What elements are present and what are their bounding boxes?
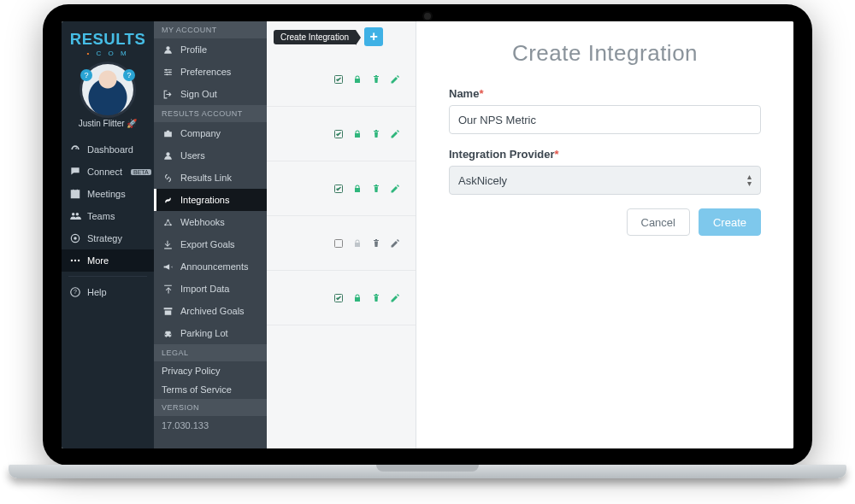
svg-rect-16: [335, 239, 343, 247]
target-icon: [69, 232, 81, 244]
person-icon: [162, 44, 174, 56]
page-title: Create Integration: [449, 40, 761, 67]
nav-strategy[interactable]: Strategy: [62, 227, 154, 249]
integration-row[interactable]: [267, 161, 416, 216]
people-icon: [69, 210, 81, 222]
sub-profile[interactable]: Profile: [154, 38, 267, 61]
sub-announcements[interactable]: Announcements: [154, 255, 267, 278]
svg-point-7: [165, 68, 167, 70]
link-terms[interactable]: Terms of Service: [154, 380, 267, 399]
trash-icon[interactable]: [371, 74, 381, 85]
person-icon: [162, 149, 174, 161]
chevron-updown-icon: ▴▾: [747, 173, 752, 187]
user-name: Justin Flitter 🚀: [62, 119, 154, 128]
download-icon: [162, 238, 174, 250]
section-header-my-account: MY ACCOUNT: [154, 21, 267, 38]
primary-sidebar: RESULTS • C O M Justin Flitter 🚀: [62, 21, 154, 448]
nav-meetings[interactable]: Meetings: [62, 183, 154, 205]
sub-label: Announcements: [180, 261, 249, 272]
lock-icon[interactable]: [352, 238, 363, 249]
user-avatar[interactable]: [82, 64, 133, 115]
trash-icon[interactable]: [371, 293, 381, 303]
input-name[interactable]: [449, 105, 761, 134]
sub-label: Sign Out: [180, 89, 217, 99]
integration-row[interactable]: [267, 52, 416, 107]
sub-results-link[interactable]: Results Link: [154, 167, 267, 189]
sub-export-goals[interactable]: Export Goals: [154, 233, 267, 255]
lock-icon[interactable]: [352, 129, 363, 139]
create-integration-pill: Create Integration: [274, 30, 356, 44]
integration-row[interactable]: [267, 271, 416, 325]
nav-help[interactable]: ? Help: [62, 281, 154, 303]
svg-point-4: [78, 260, 80, 261]
add-integration-button[interactable]: +: [364, 27, 383, 46]
svg-point-2: [71, 260, 73, 261]
sub-parking-lot[interactable]: Parking Lot: [154, 322, 267, 344]
trash-icon[interactable]: [371, 184, 381, 194]
sub-label: Webhooks: [180, 217, 225, 227]
nav-teams[interactable]: Teams: [62, 205, 154, 227]
field-name: Name*: [449, 87, 761, 134]
trash-icon[interactable]: [371, 129, 381, 139]
avatar-block[interactable]: Justin Flitter 🚀: [62, 59, 154, 132]
laptop-notch: [376, 465, 479, 472]
lock-icon[interactable]: [352, 74, 363, 85]
lock-icon[interactable]: [352, 184, 363, 194]
sub-label: Preferences: [180, 67, 231, 77]
chat-icon: [69, 166, 81, 178]
integration-row[interactable]: [267, 107, 416, 161]
cancel-button[interactable]: Cancel: [627, 208, 690, 236]
edit-icon[interactable]: [390, 74, 400, 85]
sub-company[interactable]: Company: [154, 122, 267, 144]
sub-signout[interactable]: Sign Out: [154, 83, 267, 105]
sub-label: Export Goals: [180, 239, 235, 249]
label-provider: Integration Provider*: [449, 148, 761, 161]
integration-row[interactable]: [267, 216, 416, 271]
sub-preferences[interactable]: Preferences: [154, 61, 267, 83]
checkbox-icon[interactable]: [333, 293, 344, 303]
nav-dashboard[interactable]: Dashboard: [62, 138, 154, 161]
field-provider: Integration Provider* AskNicely ▴▾: [449, 148, 761, 195]
section-results-account: Company Users Results Link Integrations …: [154, 122, 267, 344]
sub-label: Results Link: [180, 173, 232, 183]
archive-icon: [162, 305, 174, 317]
checkbox-icon[interactable]: [333, 238, 344, 249]
plus-icon: +: [369, 29, 377, 44]
secondary-sidebar: MY ACCOUNT Profile Preferences Sign Out …: [154, 21, 267, 448]
svg-point-9: [166, 73, 168, 75]
edit-icon[interactable]: [390, 293, 400, 303]
lock-icon[interactable]: [352, 293, 363, 303]
checkbox-icon[interactable]: [333, 184, 344, 194]
nav-label: Help: [87, 287, 107, 297]
nav-more[interactable]: More: [62, 249, 154, 272]
select-provider[interactable]: AskNicely ▴▾: [449, 166, 761, 195]
sub-integrations[interactable]: Integrations: [154, 189, 267, 211]
sub-users[interactable]: Users: [154, 144, 267, 167]
edit-icon[interactable]: [390, 129, 400, 139]
calendar-icon: [69, 188, 81, 200]
edit-icon[interactable]: [390, 184, 400, 194]
nav-label: Strategy: [87, 233, 122, 243]
nav-connect[interactable]: Connect BETA: [62, 161, 154, 183]
edit-icon[interactable]: [390, 238, 400, 249]
create-button[interactable]: Create: [699, 208, 761, 236]
link-icon: [162, 172, 174, 184]
brand-logo: RESULTS • C O M: [62, 21, 154, 59]
link-privacy[interactable]: Privacy Policy: [154, 361, 267, 380]
required-star: *: [555, 148, 559, 161]
integration-list-panel: Create Integration +: [267, 21, 416, 448]
camera-dot: [424, 13, 431, 20]
checkbox-icon[interactable]: [333, 129, 344, 139]
signout-icon: [162, 88, 174, 100]
nav-separator: [68, 276, 147, 277]
sub-import-data[interactable]: Import Data: [154, 278, 267, 300]
sub-archived-goals[interactable]: Archived Goals: [154, 300, 267, 322]
car-icon: [162, 327, 174, 339]
nav-label: Meetings: [87, 189, 126, 199]
integrations-icon: [162, 194, 174, 206]
checkbox-icon[interactable]: [333, 74, 344, 85]
sub-webhooks[interactable]: Webhooks: [154, 211, 267, 233]
trash-icon[interactable]: [371, 238, 381, 249]
section-my-account: Profile Preferences Sign Out: [154, 38, 267, 105]
sliders-icon: [162, 66, 174, 78]
